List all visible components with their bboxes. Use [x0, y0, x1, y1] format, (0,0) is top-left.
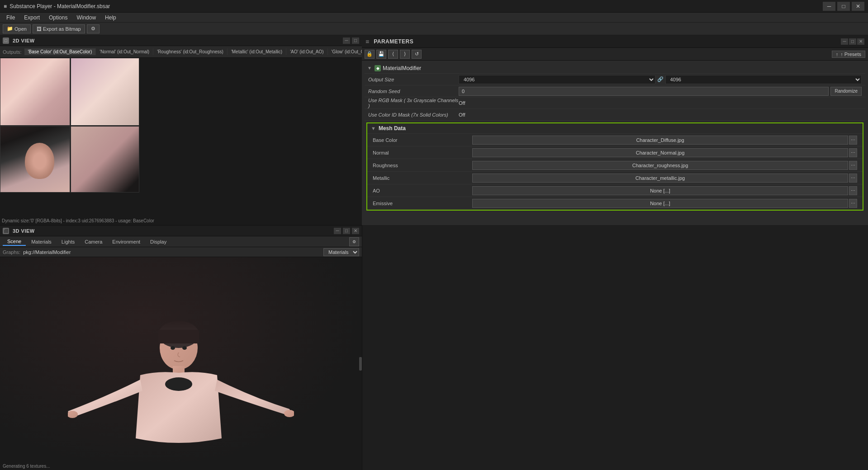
menu-bar: File Export Options Window Help	[0, 13, 868, 23]
params-header: ≡ PARAMETERS ─ □ ✕	[362, 35, 868, 48]
params-minimize-btn[interactable]: ─	[841, 38, 848, 45]
params-close-btn[interactable]: ✕	[857, 38, 864, 45]
menu-help[interactable]: Help	[100, 14, 121, 22]
view-2d-title: 2D VIEW	[13, 38, 35, 43]
view-2d-header: □ 2D VIEW ─ □	[0, 35, 362, 46]
menu-file[interactable]: File	[2, 14, 19, 22]
view-3d-close[interactable]: ✕	[352, 228, 359, 234]
mesh-roughness-browse-btn[interactable]: ⋯	[849, 161, 857, 170]
face-overlay	[25, 143, 54, 179]
graph-type-icon: ◆	[375, 65, 381, 71]
params-prev-btn[interactable]: ⟨	[388, 50, 398, 59]
mesh-base-color-value: ⋯	[472, 136, 857, 145]
mesh-roughness-input[interactable]	[472, 161, 848, 170]
params-toolbar: 🔒 💾 ⟨ ⟩ ↺ ↑ ↑ Presets	[362, 48, 868, 61]
param-color-id-mask-label: Use Color ID Mask (7x Solid Colors)	[368, 112, 459, 118]
menu-export[interactable]: Export	[19, 14, 44, 22]
tab-display[interactable]: Display	[146, 238, 171, 245]
params-lock-btn[interactable]: 🔒	[365, 50, 375, 59]
output-tab-roughness[interactable]: 'Roughness' (id:Out_Roughness)	[153, 48, 228, 55]
window-controls[interactable]: ─ □ ✕	[823, 2, 864, 11]
graphs-label: Graphs:	[3, 249, 20, 255]
canvas-3d[interactable]	[0, 257, 362, 470]
export-icon: 🖼	[37, 26, 42, 32]
graph-name: MaterialModifier	[383, 65, 421, 71]
canvas-info: Dynamic size:'0' [RGBA-8bits] - index:3 …	[2, 218, 154, 223]
param-rgb-mask: Use RGB Mask ( 3x Grayscale Channels ) O…	[365, 97, 865, 109]
texture-top-left	[0, 58, 70, 126]
presets-label: ↑ Presets	[840, 52, 861, 57]
mesh-normal-browse-btn[interactable]: ⋯	[849, 148, 857, 157]
status-bar-3d: Generating 6 textures...	[0, 462, 362, 470]
menu-options[interactable]: Options	[44, 14, 72, 22]
bottom-row: ⬛ 3D VIEW ─ □ ✕ Scene Materials Lights C…	[0, 225, 868, 470]
menu-window[interactable]: Window	[72, 14, 100, 22]
texture-top-right	[71, 58, 139, 126]
output-tab-base-color[interactable]: 'Base Color' (id:Out_BaseColor)	[24, 48, 96, 55]
output-size-dropdown-2[interactable]: 4096 2048 1024 512	[665, 75, 862, 84]
params-next-btn[interactable]: ⟩	[400, 50, 410, 59]
resize-handle[interactable]	[359, 357, 362, 371]
randomize-button[interactable]: Randomize	[830, 87, 862, 96]
random-seed-input[interactable]	[459, 87, 829, 96]
view-3d-restore[interactable]: □	[343, 228, 350, 234]
mesh-emissive-input[interactable]	[472, 199, 848, 208]
folder-icon: 📁	[7, 26, 13, 32]
tab-materials[interactable]: Materials	[27, 238, 56, 245]
mesh-metallic-label: Metallic	[373, 175, 472, 181]
params-content[interactable]: ▼ ◆ MaterialModifier Output Size 4096 20…	[362, 61, 868, 225]
materials-dropdown[interactable]: Materials	[323, 248, 359, 256]
params-save-btn[interactable]: 💾	[376, 50, 386, 59]
main-container: □ 2D VIEW ─ □ Outputs: 'Base Color' (id:…	[0, 35, 868, 470]
mesh-base-color-input[interactable]	[472, 136, 848, 145]
view-3d-config-btn[interactable]: ⚙	[349, 237, 359, 246]
mesh-metallic-browse-btn[interactable]: ⋯	[849, 174, 857, 183]
settings-button[interactable]: ⚙	[87, 24, 100, 33]
output-tab-metallic[interactable]: 'Metallic' (id:Out_Metallic)	[228, 48, 286, 55]
minimize-button[interactable]: ─	[823, 2, 835, 11]
outputs-bar: Outputs: 'Base Color' (id:Out_BaseColor)…	[0, 46, 362, 58]
output-tab-normal[interactable]: 'Normal' (id:Out_Normal)	[96, 48, 153, 55]
mesh-ao-input[interactable]	[472, 186, 848, 195]
close-button[interactable]: ✕	[852, 2, 864, 11]
maximize-button[interactable]: □	[837, 2, 850, 11]
tab-camera[interactable]: Camera	[80, 238, 107, 245]
nav-tabs-3d: Scene Materials Lights Camera Environmen…	[0, 236, 362, 247]
mesh-base-color-browse-btn[interactable]: ⋯	[849, 136, 857, 145]
tab-lights[interactable]: Lights	[57, 238, 79, 245]
params-refresh-btn[interactable]: ↺	[412, 50, 422, 59]
mesh-data-header[interactable]: ▼ Mesh Data	[367, 123, 863, 134]
mesh-ao-label: AO	[373, 188, 472, 193]
param-output-size-value: 4096 2048 1024 512 🔗 4096 2048 1024 512	[459, 75, 862, 84]
view-2d-restore[interactable]: □	[352, 38, 359, 44]
right-panel-params: ≡ PARAMETERS ─ □ ✕ 🔒 💾 ⟨ ⟩ ↺ ↑ ↑ Presets	[362, 35, 868, 225]
mesh-data-section: ▼ Mesh Data Base Color ⋯ Normal	[366, 122, 863, 211]
mesh-ao-browse-btn[interactable]: ⋯	[849, 186, 857, 195]
open-button[interactable]: 📁 Open	[3, 24, 31, 33]
canvas-2d[interactable]: Dynamic size:'0' [RGBA-8bits] - index:3 …	[0, 58, 362, 225]
output-tab-ao[interactable]: 'AO' (id:Out_AO)	[286, 48, 327, 55]
tab-scene[interactable]: Scene	[3, 238, 26, 246]
param-random-seed: Random Seed Randomize	[365, 85, 865, 97]
view-3d-container: ⬛ 3D VIEW ─ □ ✕ Scene Materials Lights C…	[0, 225, 362, 470]
mesh-param-normal: Normal ⋯	[367, 146, 863, 159]
view-3d-minimize[interactable]: ─	[334, 228, 341, 234]
params-maximize-btn[interactable]: □	[849, 38, 856, 45]
param-random-seed-value: Randomize	[459, 87, 862, 96]
mesh-normal-label: Normal	[373, 150, 472, 155]
generating-status-text: Generating 6 textures...	[3, 464, 50, 469]
output-size-dropdown-1[interactable]: 4096 2048 1024 512	[459, 75, 655, 84]
presets-button[interactable]: ↑ ↑ Presets	[832, 51, 865, 58]
tab-environment[interactable]: Environment	[108, 238, 145, 245]
export-bitmap-button[interactable]: 🖼 Export as Bitmap	[33, 24, 85, 33]
mesh-base-color-label: Base Color	[373, 137, 472, 143]
mesh-emissive-browse-btn[interactable]: ⋯	[849, 199, 857, 208]
mesh-metallic-input[interactable]	[472, 174, 848, 183]
mesh-roughness-value: ⋯	[472, 161, 857, 170]
svg-point-4	[165, 377, 192, 391]
top-row: □ 2D VIEW ─ □ Outputs: 'Base Color' (id:…	[0, 35, 868, 225]
view-2d-minimize[interactable]: ─	[343, 38, 350, 44]
mesh-normal-input[interactable]	[472, 148, 848, 157]
graph-expand-icon[interactable]: ▼	[367, 66, 373, 71]
app-title: Substance Player - MaterialModifier.sbsa…	[9, 3, 110, 9]
